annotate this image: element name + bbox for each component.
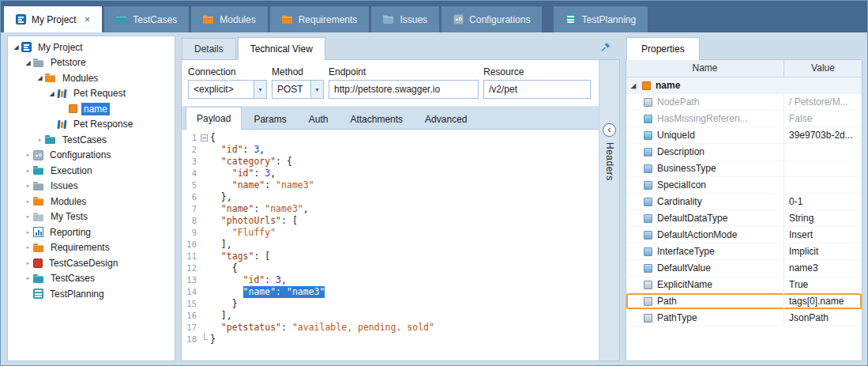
window-tab-modules[interactable]: Modules [191, 6, 267, 32]
code-line[interactable]: 3 "category": { [182, 156, 599, 168]
code-line[interactable]: 9 "Fluffy" [182, 227, 599, 239]
properties-root-row[interactable]: ◢name [626, 77, 862, 94]
property-row-businesstype[interactable]: BusinessType [626, 160, 862, 177]
tree-expand-arrow[interactable]: ▸ [23, 213, 33, 220]
expand-headers-button[interactable]: ‹ [603, 123, 616, 137]
tab-attachments[interactable]: Attachments [340, 109, 413, 129]
property-row-description[interactable]: Description [626, 144, 862, 160]
window-tab-testcases[interactable]: TestCases [104, 6, 189, 32]
property-row-cardinality[interactable]: Cardinality0-1 [626, 194, 862, 210]
property-row-hasmissingreferen[interactable]: HasMissingReferen...False [626, 111, 862, 127]
tree-item-issues[interactable]: ▸Issues [8, 179, 175, 194]
property-row-interfacetype[interactable]: InterfaceTypeImplicit [626, 243, 862, 260]
headers-panel-label[interactable]: Headers [604, 142, 615, 181]
tree-item-reporting[interactable]: ▸Reporting [8, 225, 175, 240]
code-line[interactable]: 7 "name": "name3", [182, 203, 599, 215]
tree-expand-arrow[interactable]: ▸ [23, 168, 33, 174]
code-line[interactable]: 17 "petstatus": "available, pending. sol… [182, 322, 599, 334]
tree-collapse-arrow[interactable]: ◢ [35, 74, 45, 81]
tree-item-my-project[interactable]: ◢My Project [8, 40, 175, 55]
connection-input[interactable]: <explicit>▾ [188, 80, 267, 99]
dropdown-arrow-icon[interactable]: ▾ [254, 81, 266, 98]
tree-item-name[interactable]: name [8, 101, 175, 117]
tree-item-modules[interactable]: ▸Modules [8, 194, 175, 209]
tree-expand-arrow[interactable]: ▸ [23, 275, 33, 281]
column-header-value[interactable]: Value [784, 60, 862, 77]
tab-auth[interactable]: Auth [299, 109, 339, 129]
tab-params[interactable]: Params [243, 109, 296, 129]
tree-item-testcases[interactable]: ▸TestCases [8, 132, 175, 148]
tree-collapse-arrow[interactable]: ◢ [11, 43, 21, 51]
code-line[interactable]: 13 "id": 3, [182, 274, 599, 286]
tree-item-label: My Tests [48, 210, 90, 223]
tree-expand-arrow[interactable]: ▸ [23, 229, 33, 236]
code-line[interactable]: 1−{ [182, 132, 599, 144]
tree-item-pet-request[interactable]: ◢Pet Request [8, 86, 175, 102]
tree-expand-arrow[interactable]: ▸ [35, 137, 45, 143]
property-row-defaultvalue[interactable]: DefaultValuename3 [626, 260, 862, 277]
dropdown-arrow-icon[interactable]: ▾ [310, 81, 323, 98]
window-tab-testplanning[interactable]: TestPlanning [554, 6, 648, 32]
payload-tab-strip: PayloadParamsAuthAttachmentsAdvanced [182, 106, 599, 129]
property-row-defaultactionmode[interactable]: DefaultActionModeInsert [626, 227, 862, 243]
code-line[interactable]: 11 "tags": [ [182, 251, 599, 262]
code-line[interactable]: 12 { [182, 262, 599, 274]
code-line[interactable]: 18} [182, 334, 599, 345]
window-tab-configurations[interactable]: Configurations [442, 6, 542, 32]
tree-item-execution[interactable]: ▸Execution [8, 163, 175, 179]
payload-json-editor[interactable]: 1−{2 "id": 3,3 "category": {4 "id": 3,5 … [182, 129, 599, 360]
code-line[interactable]: 4 "id": 3, [182, 168, 599, 179]
window-tab-my-project[interactable]: My Project× [4, 6, 102, 32]
tree-item-testcasedesign[interactable]: ▸TestCaseDesign [8, 255, 175, 271]
property-row-path[interactable]: Pathtags[0].name [626, 293, 862, 310]
code-line[interactable]: 5 "name": "name3" [182, 179, 599, 191]
tree-item-configurations[interactable]: ▸Configurations [8, 148, 175, 164]
tree-collapse-arrow[interactable]: ◢ [47, 90, 57, 97]
property-row-defaultdatatype[interactable]: DefaultDataTypeString [626, 210, 862, 227]
tree-item-pet-response[interactable]: Pet Response [8, 117, 175, 133]
code-line[interactable]: 2 "id": 3, [182, 144, 599, 156]
endpoint-input[interactable]: http://petstore.swagger.io [329, 80, 479, 99]
tab-payload[interactable]: Payload [186, 107, 242, 130]
method-label: Method [272, 66, 324, 77]
tree-item-testcases[interactable]: ▸TestCases [8, 271, 175, 287]
column-header-name[interactable]: Name [626, 60, 784, 77]
fold-collapse-icon[interactable]: − [201, 134, 208, 141]
tree-item-requirements[interactable]: ▸Requirements [8, 240, 175, 256]
code-line[interactable]: 10 ], [182, 239, 599, 251]
tree-collapse-arrow[interactable]: ◢ [629, 82, 637, 89]
tab-details[interactable]: Details [182, 38, 236, 59]
tree-item-my-tests[interactable]: ▸My Tests [8, 209, 175, 225]
property-row-uniqueid[interactable]: UniqueId39e9703b-2d... [626, 127, 862, 144]
tab-technical-view[interactable]: Technical View [238, 37, 325, 60]
request-form-inputs: <explicit>▾POST▾http://petstore.swagger.… [188, 80, 594, 99]
window-tab-issues[interactable]: Issues [371, 6, 439, 32]
tree-collapse-arrow[interactable]: ◢ [23, 59, 33, 66]
tab-advanced[interactable]: Advanced [415, 109, 477, 129]
pin-icon[interactable] [599, 41, 612, 54]
tree-item-testplanning[interactable]: TestPlanning [8, 286, 175, 302]
code-line[interactable]: 6 }, [182, 191, 599, 203]
tab-properties[interactable]: Properties [626, 37, 700, 60]
tree-expand-arrow[interactable]: ▸ [23, 244, 33, 251]
tree-item-modules[interactable]: ◢Modules [8, 70, 175, 86]
tree-expand-arrow[interactable]: ▸ [23, 152, 33, 158]
code-line[interactable]: 8 "photoUrls": [ [182, 215, 599, 227]
property-row-explicitname[interactable]: ExplicitNameTrue [626, 277, 862, 293]
tree-item-petstore[interactable]: ◢Petstore [8, 55, 175, 71]
fold-column [200, 310, 210, 322]
resource-input[interactable]: /v2/pet [483, 80, 591, 99]
tree-expand-arrow[interactable]: ▸ [23, 198, 33, 205]
method-input[interactable]: POST▾ [272, 80, 324, 99]
close-icon[interactable]: × [85, 13, 91, 25]
property-row-specialicon[interactable]: SpecialIcon [626, 177, 862, 194]
code-line[interactable]: 14 "name": "name3" [182, 286, 599, 298]
window-tab-requirements[interactable]: Requirements [270, 6, 370, 32]
property-row-pathtype[interactable]: PathTypeJsonPath [626, 310, 862, 326]
tree-expand-arrow[interactable]: ▸ [23, 183, 33, 189]
code-token: : [254, 251, 265, 262]
code-line[interactable]: 15 } [182, 298, 599, 310]
tree-expand-arrow[interactable]: ▸ [23, 260, 33, 266]
property-row-nodepath[interactable]: NodePath/ Petstore/M... [626, 94, 862, 111]
code-line[interactable]: 16 ], [182, 310, 599, 322]
